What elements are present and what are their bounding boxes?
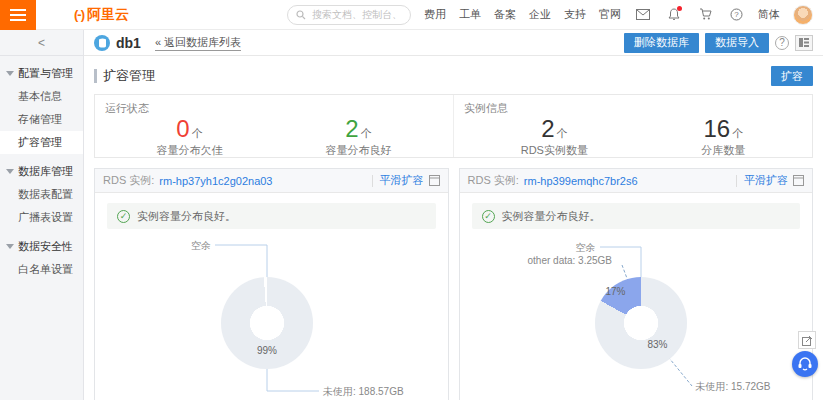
help-circle-icon[interactable]: ? <box>775 36 789 50</box>
title-accent-bar <box>94 69 97 83</box>
sidebar-section-config: 配置与管理 基本信息 存储管理 扩容管理 <box>0 62 83 154</box>
running-status-title: 运行状态 <box>105 101 443 116</box>
feedback-widget-button[interactable] <box>798 331 816 349</box>
bell-icon[interactable] <box>665 6 683 24</box>
search-box[interactable] <box>287 5 411 25</box>
main-area: db1 « 返回数据库列表 删除数据库 数据导入 ? 扩容管理 扩容 <box>84 30 823 400</box>
sidebar-item-basic-info[interactable]: 基本信息 <box>0 85 83 108</box>
search-icon <box>296 10 306 20</box>
instance-label: RDS 实例: <box>103 173 154 188</box>
mail-icon[interactable] <box>634 6 652 24</box>
rds-instance-card-1: RDS 实例: rm-hp37yh1c2g02na03 平滑扩容 ✓ 实例容量分… <box>94 168 449 400</box>
label-free: 空余 <box>576 241 596 255</box>
instance-id-link[interactable]: rm-hp399emqhc7br2s6 <box>524 175 638 187</box>
db-header: db1 « 返回数据库列表 删除数据库 数据导入 ? <box>84 30 823 56</box>
expand-capacity-button[interactable]: 扩容 <box>771 66 813 86</box>
topbar: (-) 阿里云 费用 工单 备案 企业 支持 官网 <box>0 0 823 30</box>
sidebar-section-label: 数据安全性 <box>18 239 73 254</box>
label-unused: 未使用: 15.72GB <box>696 380 771 394</box>
database-icon <box>94 35 110 51</box>
capacity-donut-chart-1: 空余 99% 未使用: 188.57GB <box>95 231 448 400</box>
capacity-donut-chart-2: 空余 other data: 3.25GB 17% 83% 未使用: 15.72… <box>460 231 813 400</box>
customer-service-button[interactable] <box>792 351 818 377</box>
hamburger-menu-icon[interactable] <box>0 0 36 30</box>
label-unused: 未使用: 188.57GB <box>323 385 404 399</box>
data-import-button[interactable]: 数据导入 <box>705 33 769 53</box>
label-percent-main: 99% <box>257 345 277 356</box>
caret-down-icon <box>6 244 14 249</box>
check-circle-icon: ✓ <box>482 210 495 223</box>
nav-enterprise[interactable]: 企业 <box>529 7 551 22</box>
instance-info-section: 实例信息 2个 RDS实例数量 16个 分库数量 <box>453 95 812 157</box>
feedback-pencil-icon <box>802 335 813 346</box>
divider <box>372 175 373 187</box>
sidebar-item-storage-mgmt[interactable]: 存储管理 <box>0 108 83 131</box>
rds-instance-card-2: RDS 实例: rm-hp399emqhc7br2s6 平滑扩容 ✓ 实例容量分… <box>459 168 814 400</box>
alert-text: 实例容量分布良好。 <box>137 209 236 224</box>
check-circle-icon: ✓ <box>117 210 130 223</box>
topbar-right: 费用 工单 备案 企业 支持 官网 ? 简体 <box>287 5 823 25</box>
instance-id-link[interactable]: rm-hp37yh1c2g02na03 <box>159 175 272 187</box>
page-body: 扩容管理 扩容 运行状态 0个 容量分布欠佳 2个 容量分布良好 <box>84 56 823 400</box>
status-alert: ✓ 实例容量分布良好。 <box>472 203 801 229</box>
stat-label: 容量分布良好 <box>326 143 392 158</box>
sidebar-item-whitelist[interactable]: 白名单设置 <box>0 258 83 281</box>
search-input[interactable] <box>310 8 402 21</box>
delete-database-button[interactable]: 删除数据库 <box>624 33 699 53</box>
sidebar-section-config-header[interactable]: 配置与管理 <box>0 62 83 85</box>
caret-down-icon <box>6 71 14 76</box>
avatar[interactable] <box>793 5 813 25</box>
expand-window-icon[interactable] <box>793 175 804 186</box>
nav-billing[interactable]: 费用 <box>424 7 446 22</box>
nav-tickets[interactable]: 工单 <box>459 7 481 22</box>
stat-value: 2 <box>541 115 554 142</box>
db-actions: 删除数据库 数据导入 ? <box>624 33 813 53</box>
caret-down-icon <box>6 169 14 174</box>
help-icon[interactable]: ? <box>727 6 745 24</box>
logo-text: 阿里云 <box>87 6 129 24</box>
stat-value: 2 <box>345 115 358 142</box>
stat-capacity-good: 2个 容量分布良好 <box>326 116 392 158</box>
stat-unit: 个 <box>556 127 567 139</box>
cart-icon[interactable] <box>696 6 714 24</box>
stat-label: 分库数量 <box>701 143 745 158</box>
nav-website[interactable]: 官网 <box>599 7 621 22</box>
language-selector[interactable]: 简体 <box>758 7 780 22</box>
sidebar-collapse-button[interactable]: < <box>0 30 83 56</box>
app-window: (-) 阿里云 费用 工单 备案 企业 支持 官网 <box>0 0 823 400</box>
nav-support[interactable]: 支持 <box>564 7 586 22</box>
label-percent-main: 83% <box>648 339 668 350</box>
instance-info-title: 实例信息 <box>464 101 802 116</box>
card-header: RDS 实例: rm-hp399emqhc7br2s6 平滑扩容 <box>460 169 813 193</box>
notification-dot <box>677 6 682 11</box>
sidebar-item-scaleout-mgmt[interactable]: 扩容管理 <box>0 131 83 154</box>
stats-panel: 运行状态 0个 容量分布欠佳 2个 容量分布良好 实例信息 <box>94 94 813 158</box>
sidebar-section-database-header[interactable]: 数据库管理 <box>0 160 83 183</box>
sidebar-item-broadcast-table[interactable]: 广播表设置 <box>0 206 83 229</box>
sidebar-section-security-header[interactable]: 数据安全性 <box>0 235 83 258</box>
logo-bracket-icon: (-) <box>74 7 84 22</box>
page-db-title: db1 <box>116 35 141 51</box>
headset-icon <box>797 357 813 371</box>
stat-capacity-poor: 0个 容量分布欠佳 <box>157 116 223 158</box>
sidebar-item-table-config[interactable]: 数据表配置 <box>0 183 83 206</box>
back-to-db-list-link[interactable]: « 返回数据库列表 <box>155 35 241 51</box>
stat-unit: 个 <box>361 127 372 139</box>
smooth-expand-link[interactable]: 平滑扩容 <box>744 173 788 188</box>
panel-list-icon[interactable] <box>795 35 813 51</box>
nav-icp[interactable]: 备案 <box>494 7 516 22</box>
smooth-expand-link[interactable]: 平滑扩容 <box>380 173 424 188</box>
brand-logo[interactable]: (-) 阿里云 <box>74 6 129 24</box>
card-header: RDS 实例: rm-hp37yh1c2g02na03 平滑扩容 <box>95 169 448 193</box>
running-status-section: 运行状态 0个 容量分布欠佳 2个 容量分布良好 <box>95 95 453 157</box>
instance-label: RDS 实例: <box>468 173 519 188</box>
divider <box>736 175 737 187</box>
label-free: 空余 <box>191 239 211 253</box>
stat-shard-count: 16个 分库数量 <box>701 116 745 158</box>
stat-value: 16 <box>703 115 730 142</box>
stat-label: 容量分布欠佳 <box>157 143 223 158</box>
label-other-data: other data: 3.25GB <box>528 255 613 266</box>
stat-unit: 个 <box>732 127 743 139</box>
expand-window-icon[interactable] <box>429 175 440 186</box>
alert-text: 实例容量分布良好。 <box>502 209 601 224</box>
